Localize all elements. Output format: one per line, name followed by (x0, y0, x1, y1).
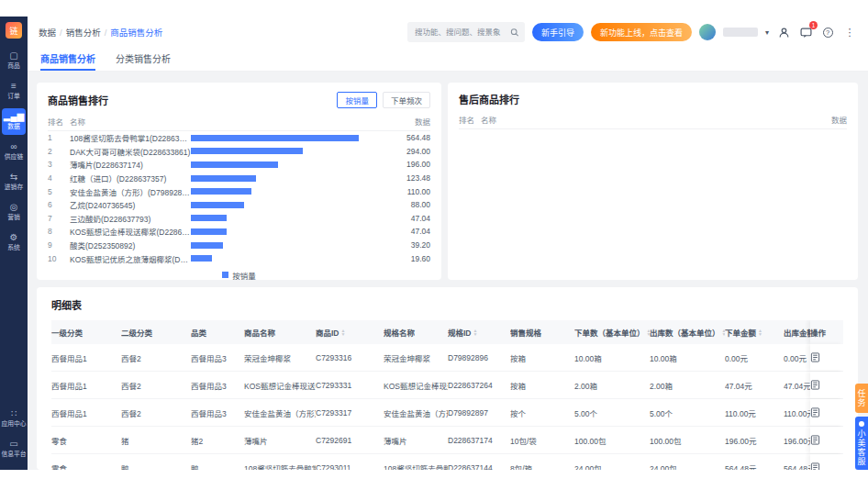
sort-icon[interactable]: ▲▼ (341, 328, 346, 336)
value-col-header: 数据 (801, 114, 847, 125)
ranking-bar (191, 188, 251, 195)
table-cell: 24.00包 (650, 462, 725, 471)
value-col-header: 数据 (384, 116, 430, 127)
view-detail-icon[interactable] (810, 435, 820, 445)
table-cell: 564.48元 (725, 462, 784, 471)
view-detail-icon[interactable] (810, 380, 820, 390)
table-cell: D228637264 (448, 381, 510, 390)
ranking-bar (191, 255, 212, 262)
name-col-header: 名称 (481, 114, 801, 125)
customer-service-floating-button[interactable]: 小美客服 (855, 417, 868, 470)
ranking-bar (191, 135, 359, 141)
table-cell: 10.00箱 (650, 352, 725, 363)
table-cell: 安佳金盐黄油（方形） (244, 407, 316, 418)
breadcrumb-item[interactable]: 商品销售分析 (110, 26, 162, 39)
guide-button[interactable]: 新手引导 (532, 23, 584, 41)
table-cell: C7292691 (316, 436, 384, 445)
table-cell: 8包/箱 (510, 462, 574, 471)
more-menu-icon[interactable]: ⋮ (842, 25, 857, 39)
table-cell: 猪 (121, 435, 191, 446)
ranking-rank: 6 (48, 200, 70, 209)
column-header-label: 商品名称 (244, 327, 275, 338)
legend-swatch (222, 272, 228, 278)
analysis-tabs: 商品销售分析分类销售分析 (28, 48, 868, 72)
search-icon[interactable] (510, 28, 519, 38)
customer-service-label: 小美客服 (856, 429, 868, 466)
column-header: 一级分类 (51, 327, 121, 338)
promo-button[interactable]: 新功能上线，点击查看 (591, 23, 692, 41)
sidebar-item-supply-chain[interactable]: ∞供应链 (2, 139, 26, 165)
sidebar-item-orders[interactable]: ≡订单 (2, 78, 26, 105)
breadcrumb-separator: / (60, 28, 62, 38)
table-cell: 0.00元 (725, 352, 784, 363)
column-header-label: 下单数（基本单位） (574, 327, 645, 338)
breadcrumb-item[interactable]: 销售分析 (66, 26, 101, 39)
by-order-frequency-button[interactable]: 下单频次 (383, 92, 430, 108)
ranking-bar (191, 215, 227, 221)
ranking-bar-track (191, 175, 388, 182)
sidebar-item-info-platform[interactable]: ▭信息平台 (2, 436, 26, 462)
breadcrumb-item[interactable]: 数据 (39, 26, 56, 39)
column-header-label: 规格ID (448, 327, 472, 338)
sort-icon[interactable]: ▲▼ (473, 328, 478, 336)
row-actions (810, 454, 843, 470)
avatar[interactable] (699, 24, 716, 40)
sort-desc-icon: ▼ (758, 332, 762, 336)
ranking-bar-track (191, 255, 388, 262)
help-icon[interactable]: ? (820, 25, 835, 39)
sidebar-item-marketing[interactable]: ◎营销 (2, 199, 26, 226)
table-cell: 西餐2 (121, 380, 191, 391)
chevron-down-icon[interactable]: ▾ (765, 28, 769, 37)
row-actions (810, 427, 843, 453)
sidebar-item-inventory[interactable]: ⇆进销存 (2, 169, 26, 195)
ranking-row: 8KOS甄想记金棒现送椰浆(D228637264)47.04 (48, 225, 430, 239)
ranking-rank: 8 (48, 227, 70, 236)
sidebar-item-label: 系统 (7, 243, 20, 251)
table-cell: 西餐用品3 (191, 352, 244, 363)
sidebar-bottom-nav: ∷应用中心▭信息平台 (0, 404, 28, 464)
ranking-row: 10KOS甄想记优质之旅薄烟椰浆(D228634296)19.60 (48, 251, 430, 265)
table-cell: 猪2 (191, 435, 244, 446)
sidebar-item-data-chart[interactable]: ▂▄▆数据 (2, 108, 26, 135)
table-cell: 西餐用品1 (51, 380, 121, 391)
table-cell: C7293011 (316, 463, 384, 471)
sort-icon[interactable]: ▲▼ (758, 328, 762, 336)
table-cell: C7293316 (316, 353, 384, 362)
table-cell: 2.00箱 (650, 380, 725, 391)
rank-metric-toggle: 按销量下单频次 (337, 92, 430, 108)
tab-category-sales[interactable]: 分类销售分析 (116, 51, 171, 71)
table-cell: 24.00包 (574, 462, 650, 471)
chart-legend: 按销量 (48, 270, 430, 281)
sidebar-item-system-gear[interactable]: ⚙系统 (2, 229, 26, 256)
search-input[interactable] (413, 27, 510, 38)
row-actions (810, 344, 843, 371)
task-floating-button[interactable]: 任务 (855, 384, 868, 413)
global-search (407, 22, 525, 42)
support-icon[interactable] (776, 25, 791, 39)
ranking-row: 1108酱坚切筋去骨鸭掌1(D228637144)564.48 (48, 131, 430, 145)
ranking-value: 39.20 (388, 240, 430, 250)
message-icon[interactable]: 1 (798, 25, 813, 39)
ranking-bar (191, 161, 278, 168)
ranking-row: 5安佳金盐黄油（方形）(D79892897)110.00 (48, 184, 430, 198)
view-detail-icon[interactable] (810, 462, 820, 470)
sidebar-item-label: 信息平台 (1, 450, 26, 458)
sidebar-item-products[interactable]: ▢商品 (2, 48, 26, 74)
ranking-rank: 5 (48, 187, 70, 196)
by-sales-button[interactable]: 按销量 (337, 92, 377, 108)
sort-desc-icon: ▼ (341, 332, 346, 336)
logo[interactable]: 链 (6, 22, 22, 39)
view-detail-icon[interactable] (810, 407, 820, 418)
user-name-redacted (723, 28, 758, 37)
table-row: 西餐用品1西餐2西餐用品3荣冠金坤椰浆C7293316荣冠金坤椰浆D798928… (51, 344, 843, 372)
orders-icon: ≡ (11, 81, 17, 91)
ranking-cards-row: 商品销售排行 按销量下单频次 排名 名称 数据 1108酱坚切筋去骨鸭掌1(D2… (37, 83, 858, 280)
ranking-product-name: 酸类(D252350892) (70, 239, 191, 250)
tab-product-sales[interactable]: 商品销售分析 (40, 51, 95, 71)
ranking-bar-track (191, 228, 388, 235)
table-cell: 47.04元 (725, 380, 784, 391)
table-cell: 10包/袋 (510, 435, 574, 446)
sidebar-item-app-center[interactable]: ∷应用中心 (2, 406, 26, 432)
view-detail-icon[interactable] (810, 352, 820, 362)
rank-card-header: 商品销售排行 按销量下单频次 (48, 92, 430, 108)
